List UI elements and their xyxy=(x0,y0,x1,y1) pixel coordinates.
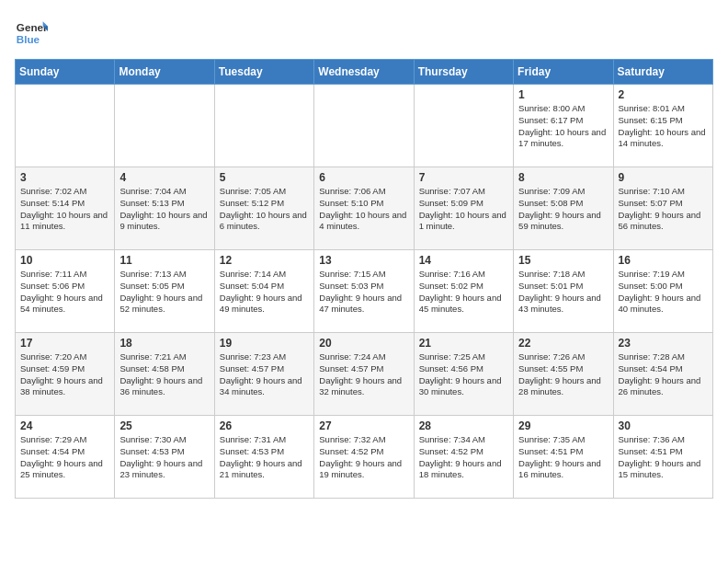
calendar-table: SundayMondayTuesdayWednesdayThursdayFrid… xyxy=(15,59,713,499)
day-number: 30 xyxy=(619,419,708,432)
day-number: 3 xyxy=(20,171,109,184)
day-number: 12 xyxy=(220,254,309,267)
weekday-header-sunday: Sunday xyxy=(16,60,115,85)
calendar-cell: 30Sunrise: 7:36 AM Sunset: 4:51 PM Dayli… xyxy=(613,416,712,499)
calendar-cell: 5Sunrise: 7:05 AM Sunset: 5:12 PM Daylig… xyxy=(214,167,313,250)
day-number: 7 xyxy=(419,171,508,184)
day-number: 5 xyxy=(220,171,309,184)
weekday-header-monday: Monday xyxy=(115,60,214,85)
day-info: Sunrise: 7:25 AM Sunset: 4:56 PM Dayligh… xyxy=(419,351,508,398)
day-info: Sunrise: 7:13 AM Sunset: 5:05 PM Dayligh… xyxy=(119,269,209,316)
calendar-cell: 11Sunrise: 7:13 AM Sunset: 5:05 PM Dayli… xyxy=(115,250,214,333)
calendar-cell: 28Sunrise: 7:34 AM Sunset: 4:52 PM Dayli… xyxy=(414,416,513,499)
day-number: 14 xyxy=(419,254,508,267)
day-number: 25 xyxy=(119,419,209,432)
day-number: 22 xyxy=(518,337,608,350)
day-info: Sunrise: 7:04 AM Sunset: 5:13 PM Dayligh… xyxy=(119,186,209,233)
weekday-header-wednesday: Wednesday xyxy=(314,60,414,85)
day-number: 4 xyxy=(119,171,209,184)
day-info: Sunrise: 7:11 AM Sunset: 5:06 PM Dayligh… xyxy=(20,269,109,316)
day-number: 15 xyxy=(518,254,608,267)
logo: General Blue xyxy=(15,15,48,48)
calendar-cell: 18Sunrise: 7:21 AM Sunset: 4:58 PM Dayli… xyxy=(115,333,214,416)
calendar-cell: 29Sunrise: 7:35 AM Sunset: 4:51 PM Dayli… xyxy=(514,416,613,499)
calendar-cell: 17Sunrise: 7:20 AM Sunset: 4:59 PM Dayli… xyxy=(16,333,115,416)
day-number: 16 xyxy=(619,254,708,267)
day-number: 1 xyxy=(518,88,608,101)
calendar-cell: 4Sunrise: 7:04 AM Sunset: 5:13 PM Daylig… xyxy=(115,167,214,250)
day-number: 11 xyxy=(119,254,209,267)
weekday-header-friday: Friday xyxy=(514,60,613,85)
calendar-cell: 12Sunrise: 7:14 AM Sunset: 5:04 PM Dayli… xyxy=(214,250,313,333)
day-number: 10 xyxy=(20,254,109,267)
calendar-cell: 22Sunrise: 7:26 AM Sunset: 4:55 PM Dayli… xyxy=(514,333,613,416)
calendar-cell: 25Sunrise: 7:30 AM Sunset: 4:53 PM Dayli… xyxy=(115,416,214,499)
calendar-cell xyxy=(16,85,115,167)
calendar-cell: 2Sunrise: 8:01 AM Sunset: 6:15 PM Daylig… xyxy=(613,85,712,167)
calendar-cell: 15Sunrise: 7:18 AM Sunset: 5:01 PM Dayli… xyxy=(514,250,613,333)
day-info: Sunrise: 7:06 AM Sunset: 5:10 PM Dayligh… xyxy=(319,186,408,233)
calendar-cell: 1Sunrise: 8:00 AM Sunset: 6:17 PM Daylig… xyxy=(514,85,613,167)
calendar-cell xyxy=(414,85,513,167)
day-number: 23 xyxy=(619,337,708,350)
page-header: General Blue xyxy=(15,15,713,48)
calendar-cell: 8Sunrise: 7:09 AM Sunset: 5:08 PM Daylig… xyxy=(514,167,613,250)
weekday-header-saturday: Saturday xyxy=(613,60,712,85)
day-info: Sunrise: 7:29 AM Sunset: 4:54 PM Dayligh… xyxy=(20,434,109,481)
day-info: Sunrise: 7:31 AM Sunset: 4:53 PM Dayligh… xyxy=(220,434,309,481)
day-info: Sunrise: 7:14 AM Sunset: 5:04 PM Dayligh… xyxy=(220,269,309,316)
calendar-cell: 14Sunrise: 7:16 AM Sunset: 5:02 PM Dayli… xyxy=(414,250,513,333)
day-number: 24 xyxy=(20,419,109,432)
day-info: Sunrise: 7:20 AM Sunset: 4:59 PM Dayligh… xyxy=(20,351,109,398)
day-info: Sunrise: 7:30 AM Sunset: 4:53 PM Dayligh… xyxy=(119,434,209,481)
day-number: 29 xyxy=(518,419,608,432)
day-info: Sunrise: 7:05 AM Sunset: 5:12 PM Dayligh… xyxy=(220,186,309,233)
calendar-week-3: 10Sunrise: 7:11 AM Sunset: 5:06 PM Dayli… xyxy=(16,250,713,333)
calendar-cell: 20Sunrise: 7:24 AM Sunset: 4:57 PM Dayli… xyxy=(314,333,414,416)
day-info: Sunrise: 7:18 AM Sunset: 5:01 PM Dayligh… xyxy=(518,269,608,316)
calendar-cell: 19Sunrise: 7:23 AM Sunset: 4:57 PM Dayli… xyxy=(214,333,313,416)
day-info: Sunrise: 7:10 AM Sunset: 5:07 PM Dayligh… xyxy=(619,186,708,233)
day-info: Sunrise: 7:02 AM Sunset: 5:14 PM Dayligh… xyxy=(20,186,109,233)
day-number: 9 xyxy=(619,171,708,184)
day-info: Sunrise: 8:01 AM Sunset: 6:15 PM Dayligh… xyxy=(619,103,708,150)
calendar-cell: 26Sunrise: 7:31 AM Sunset: 4:53 PM Dayli… xyxy=(214,416,313,499)
day-info: Sunrise: 7:32 AM Sunset: 4:52 PM Dayligh… xyxy=(319,434,408,481)
day-number: 8 xyxy=(518,171,608,184)
day-info: Sunrise: 7:28 AM Sunset: 4:54 PM Dayligh… xyxy=(619,351,708,398)
day-number: 18 xyxy=(119,337,209,350)
calendar-week-4: 17Sunrise: 7:20 AM Sunset: 4:59 PM Dayli… xyxy=(16,333,713,416)
calendar-cell xyxy=(214,85,313,167)
logo-icon: General Blue xyxy=(15,15,48,48)
calendar-cell: 27Sunrise: 7:32 AM Sunset: 4:52 PM Dayli… xyxy=(314,416,414,499)
day-info: Sunrise: 7:23 AM Sunset: 4:57 PM Dayligh… xyxy=(220,351,309,398)
day-info: Sunrise: 7:07 AM Sunset: 5:09 PM Dayligh… xyxy=(419,186,508,233)
day-info: Sunrise: 7:09 AM Sunset: 5:08 PM Dayligh… xyxy=(518,186,608,233)
calendar-week-5: 24Sunrise: 7:29 AM Sunset: 4:54 PM Dayli… xyxy=(16,416,713,499)
calendar-cell: 13Sunrise: 7:15 AM Sunset: 5:03 PM Dayli… xyxy=(314,250,414,333)
calendar-header: SundayMondayTuesdayWednesdayThursdayFrid… xyxy=(16,60,713,85)
day-info: Sunrise: 7:21 AM Sunset: 4:58 PM Dayligh… xyxy=(119,351,209,398)
calendar-cell xyxy=(115,85,214,167)
calendar-cell: 16Sunrise: 7:19 AM Sunset: 5:00 PM Dayli… xyxy=(613,250,712,333)
day-info: Sunrise: 7:15 AM Sunset: 5:03 PM Dayligh… xyxy=(319,269,408,316)
calendar-cell xyxy=(314,85,414,167)
day-number: 27 xyxy=(319,419,408,432)
day-number: 26 xyxy=(220,419,309,432)
day-info: Sunrise: 7:35 AM Sunset: 4:51 PM Dayligh… xyxy=(518,434,608,481)
day-info: Sunrise: 7:19 AM Sunset: 5:00 PM Dayligh… xyxy=(619,269,708,316)
day-number: 13 xyxy=(319,254,408,267)
day-info: Sunrise: 7:26 AM Sunset: 4:55 PM Dayligh… xyxy=(518,351,608,398)
day-info: Sunrise: 7:24 AM Sunset: 4:57 PM Dayligh… xyxy=(319,351,408,398)
calendar-cell: 21Sunrise: 7:25 AM Sunset: 4:56 PM Dayli… xyxy=(414,333,513,416)
day-number: 2 xyxy=(619,88,708,101)
calendar-cell: 9Sunrise: 7:10 AM Sunset: 5:07 PM Daylig… xyxy=(613,167,712,250)
calendar-cell: 6Sunrise: 7:06 AM Sunset: 5:10 PM Daylig… xyxy=(314,167,414,250)
calendar-cell: 10Sunrise: 7:11 AM Sunset: 5:06 PM Dayli… xyxy=(16,250,115,333)
calendar-cell: 23Sunrise: 7:28 AM Sunset: 4:54 PM Dayli… xyxy=(613,333,712,416)
day-number: 6 xyxy=(319,171,408,184)
day-number: 19 xyxy=(220,337,309,350)
weekday-header-thursday: Thursday xyxy=(414,60,513,85)
day-info: Sunrise: 7:16 AM Sunset: 5:02 PM Dayligh… xyxy=(419,269,508,316)
day-number: 20 xyxy=(319,337,408,350)
